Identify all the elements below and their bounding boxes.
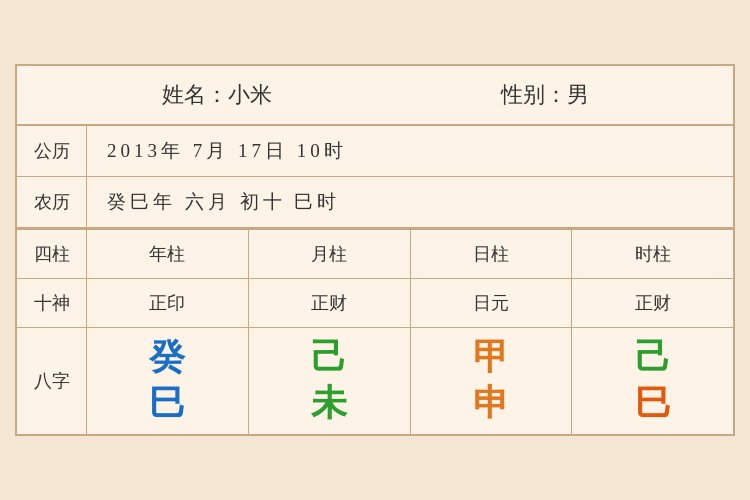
shishen-hour: 正财 [572,279,733,327]
shishen-label: 十神 [17,279,87,327]
table-section: 四柱 年柱 月柱 日柱 时柱 十神 正印 正财 日元 正财 八字 癸 巳 己 未 [17,228,733,433]
header-row: 姓名：小米 性别：男 [17,66,733,126]
bazi-day-bottom: 申 [473,384,509,424]
bazi-year: 癸 巳 [87,328,249,433]
solar-label: 公历 [17,126,87,176]
columns-row: 四柱 年柱 月柱 日柱 时柱 [17,230,733,279]
solar-row: 公历 2013年 7月 17日 10时 [17,126,733,177]
bazi-hour-bottom: 巳 [635,384,671,424]
solar-value: 2013年 7月 17日 10时 [87,126,733,176]
bazi-month: 己 未 [249,328,411,433]
bazi-day-top: 甲 [473,338,509,378]
shishen-row: 十神 正印 正财 日元 正财 [17,279,733,328]
main-container: 姓名：小米 性别：男 公历 2013年 7月 17日 10时 农历 癸巳年 六月… [15,64,735,435]
bazi-month-top: 己 [311,338,347,378]
col-hour: 时柱 [572,230,733,278]
col-year: 年柱 [87,230,249,278]
col-month: 月柱 [249,230,411,278]
shishen-month: 正财 [249,279,411,327]
lunar-value: 癸巳年 六月 初十 巳时 [87,177,733,227]
bazi-day: 甲 申 [411,328,573,433]
gender-label: 性别：男 [501,80,589,110]
shishen-day: 日元 [411,279,573,327]
bazi-year-bottom: 巳 [149,384,185,424]
columns-label: 四柱 [17,230,87,278]
bazi-hour-top: 己 [635,338,671,378]
bazi-row: 八字 癸 巳 己 未 甲 申 己 巳 [17,328,733,433]
col-day: 日柱 [411,230,573,278]
bazi-label: 八字 [17,328,87,433]
bazi-month-bottom: 未 [311,384,347,424]
lunar-row: 农历 癸巳年 六月 初十 巳时 [17,177,733,228]
lunar-label: 农历 [17,177,87,227]
bazi-year-top: 癸 [149,338,185,378]
bazi-hour: 己 巳 [572,328,733,433]
name-label: 姓名：小米 [162,80,272,110]
shishen-year: 正印 [87,279,249,327]
